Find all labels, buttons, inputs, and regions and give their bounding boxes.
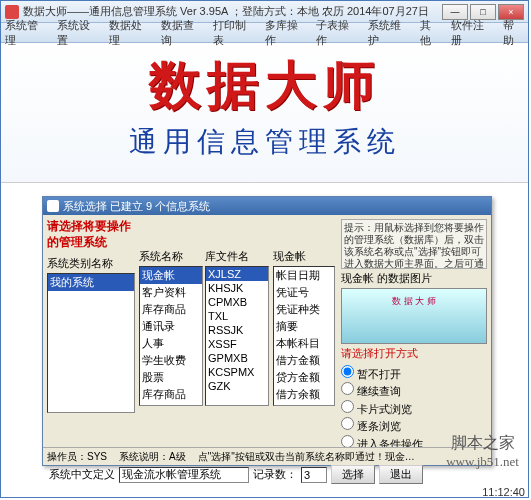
list-item[interactable]: 本帐科目 <box>274 335 334 352</box>
category-listbox[interactable]: 我的系统 <box>47 273 135 413</box>
select-button[interactable]: 选择 <box>331 465 375 484</box>
open-radio[interactable]: 逐条浏览 <box>341 417 487 434</box>
menu-item[interactable]: 帮助 <box>503 18 524 48</box>
list-item[interactable]: 库存商品 <box>140 301 202 318</box>
watermark-url: www.jb51.net <box>446 454 519 470</box>
watermark-name: 脚本之家 <box>446 433 519 454</box>
pic-label: 现金帐 的数据图片 <box>341 271 487 286</box>
list-item[interactable]: CPMXB <box>206 295 268 309</box>
list-item[interactable]: 客户资料 <box>140 284 202 301</box>
list-item[interactable]: GPMXB <box>206 351 268 365</box>
col1-label: 系统类别名称 <box>47 256 135 271</box>
col2-label: 系统名称 <box>139 249 203 264</box>
count-value <box>301 467 327 483</box>
menu-item[interactable]: 数据查询 <box>161 18 203 48</box>
menu-item[interactable]: 系统设置 <box>57 18 99 48</box>
status-operator: 操作员：SYS <box>47 450 107 464</box>
list-item[interactable]: TXL <box>206 309 268 323</box>
list-item[interactable]: 凭证种类 <box>274 301 334 318</box>
main-window: 数据大师——通用信息管理系统 Ver 3.95A ；登陆方式：本地 农历 201… <box>0 0 529 498</box>
field-listbox[interactable]: 帐目日期凭证号凭证种类摘要本帐科目借方金额贷方金额借方余额期末余额 <box>273 266 335 406</box>
row2-label: 系统中文定义 <box>49 467 115 482</box>
list-item[interactable]: 借方金额 <box>274 352 334 369</box>
file-listbox[interactable]: XJLSZKHSJKCPMXBTXLRSSJKXSSFGPMXBKCSPMXGZ… <box>205 266 269 406</box>
list-item[interactable]: 期末余额 <box>274 403 334 406</box>
open-radio[interactable]: 暂不打开 <box>341 365 487 382</box>
system-listbox[interactable]: 现金帐客户资料库存商品通讯录人事学生收费股票库存商品工资 <box>139 266 203 406</box>
menu-item[interactable]: 多库操作 <box>265 18 307 48</box>
menu-item[interactable]: 数据处理 <box>109 18 151 48</box>
dialog-statusbar: 操作员：SYS 系统说明：A级 点"选择"按钮或双击当前系统名称即通过！现金… <box>43 447 491 465</box>
xjz-label: 现金帐 <box>273 249 337 264</box>
preview-image: 数 据 大 师 <box>341 288 487 344</box>
list-item[interactable]: 借方余额 <box>274 386 334 403</box>
dialog-titlebar[interactable]: 系统选择 已建立 9 个信息系统 <box>43 197 491 215</box>
list-item[interactable]: RSSJK <box>206 323 268 337</box>
list-item[interactable]: 工资 <box>140 403 202 406</box>
list-item[interactable]: 我的系统 <box>48 274 134 291</box>
list-item[interactable]: GZK <box>206 379 268 393</box>
dialog-icon <box>47 200 59 212</box>
list-item[interactable]: 学生收费 <box>140 352 202 369</box>
list-item[interactable]: KCSPMX <box>206 365 268 379</box>
definition-input[interactable] <box>119 467 249 483</box>
list-item[interactable]: 通讯录 <box>140 318 202 335</box>
open-mode-label: 请选择打开方式 <box>341 346 487 361</box>
open-radio[interactable]: 继续查询 <box>341 382 487 399</box>
menu-item[interactable]: 系统维护 <box>368 18 410 48</box>
banner: 数据大师 通用信息管理系统 <box>1 43 528 183</box>
watermark: 脚本之家 www.jb51.net <box>446 433 519 470</box>
list-item[interactable]: 股票 <box>140 369 202 386</box>
menu-item[interactable]: 系统管理 <box>5 18 47 48</box>
banner-subtitle: 通用信息管理系统 <box>1 123 528 161</box>
open-radio[interactable]: 卡片式浏览 <box>341 400 487 417</box>
hint-text: 提示：用鼠标选择到您将要操作的管理系统（数据库）后，双击该系统名称或点"选择"按… <box>341 219 487 269</box>
footer-time: 11:12:40 <box>482 486 525 498</box>
menu-item[interactable]: 软件注册 <box>451 18 493 48</box>
list-item[interactable]: 人事 <box>140 335 202 352</box>
list-item[interactable]: 帐目日期 <box>274 267 334 284</box>
list-item[interactable]: 贷方金额 <box>274 369 334 386</box>
menu-item[interactable]: 子表操作 <box>316 18 358 48</box>
dialog-title-text: 系统选择 已建立 9 个信息系统 <box>63 199 210 214</box>
menu-item[interactable]: 打印制表 <box>213 18 255 48</box>
list-item[interactable]: 现金帐 <box>140 267 202 284</box>
app-icon <box>5 5 19 19</box>
list-item[interactable]: XSSF <box>206 337 268 351</box>
status-desc: 系统说明：A级 <box>119 450 186 464</box>
menu-item[interactable]: 其他 <box>420 18 441 48</box>
banner-title: 数据大师 <box>1 51 528 121</box>
list-item[interactable]: 摘要 <box>274 318 334 335</box>
exit-button[interactable]: 退出 <box>379 465 423 484</box>
col3-label: 库文件名 <box>205 249 269 264</box>
list-item[interactable]: XJLSZ <box>206 267 268 281</box>
list-item[interactable]: KHSJK <box>206 281 268 295</box>
list-item[interactable]: 凭证号 <box>274 284 334 301</box>
system-select-dialog: 系统选择 已建立 9 个信息系统 请选择将要操作的管理系统 系统类别名称 我的系… <box>42 196 492 466</box>
status-hint: 点"选择"按钮或双击当前系统名称即通过！现金… <box>198 450 415 464</box>
count-label: 记录数： <box>253 467 297 482</box>
dialog-prompt: 请选择将要操作的管理系统 <box>47 219 135 250</box>
menubar: 系统管理系统设置数据处理数据查询打印制表多库操作子表操作系统维护其他软件注册帮助 <box>1 23 528 43</box>
list-item[interactable]: 库存商品 <box>140 386 202 403</box>
